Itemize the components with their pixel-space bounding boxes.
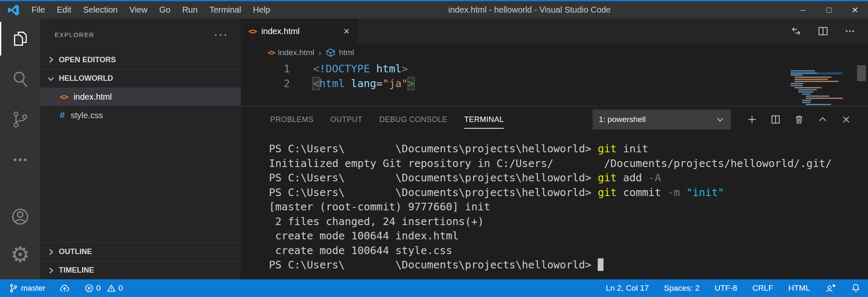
terminal-line: 2 files changed, 24 insertions(+) — [269, 215, 868, 229]
line-number: 1 — [241, 61, 290, 76]
problems-status[interactable]: 0 0 — [84, 284, 123, 293]
minimap[interactable] — [791, 70, 842, 106]
menu-run[interactable]: Run — [176, 1, 204, 19]
settings-gear-icon[interactable]: ⚙ — [0, 236, 40, 273]
terminal-line: PS C:\Users\ \Documents\projects\hellowo… — [269, 142, 868, 156]
maximize-panel-icon[interactable] — [811, 109, 834, 130]
panel-actions: 1: powershell — [592, 109, 868, 130]
explorer-more-actions-icon[interactable]: ··· — [214, 32, 228, 37]
git-branch-icon — [9, 284, 18, 293]
terminal-line: create mode 100644 index.html — [269, 229, 868, 244]
breadcrumb: <> index.html › html — [241, 44, 868, 61]
close-panel-icon[interactable] — [834, 109, 858, 130]
close-button[interactable]: ✕ — [842, 1, 868, 19]
menu-selection[interactable]: Selection — [77, 1, 124, 19]
breadcrumb-separator: › — [318, 48, 321, 58]
file-style-css[interactable]: # style.css — [40, 106, 241, 125]
terminal-picker-dropdown[interactable]: 1: powershell — [592, 109, 731, 130]
feedback-smiley-icon — [825, 283, 836, 293]
tab-problems[interactable]: PROBLEMS — [262, 106, 322, 133]
file-index-html[interactable]: <> index.html — [40, 88, 241, 106]
breadcrumb-file[interactable]: <> index.html — [268, 48, 314, 57]
warning-count: 0 — [118, 284, 123, 293]
terminal-line: [master (root-commit) 9777660] init — [269, 200, 868, 215]
source-control-icon[interactable] — [0, 99, 40, 140]
tab-terminal[interactable]: TERMINAL — [456, 106, 512, 133]
new-terminal-icon[interactable] — [740, 109, 764, 130]
vscode-logo-icon — [7, 4, 20, 16]
bottom-panel: PROBLEMS OUTPUT DEBUG CONSOLE TERMINAL 1… — [241, 106, 868, 279]
menu-file[interactable]: File — [26, 1, 51, 19]
feedback-button[interactable] — [825, 283, 836, 293]
editor-actions — [791, 19, 868, 44]
language-mode[interactable]: HTML — [788, 284, 810, 293]
eol-sequence[interactable]: CRLF — [752, 284, 773, 293]
tab-close-icon[interactable]: ✕ — [343, 27, 350, 36]
menu-terminal[interactable]: Terminal — [203, 1, 247, 19]
code-line-1: 1 <!DOCTYPE html> — [241, 61, 868, 76]
maximize-button[interactable]: □ — [816, 1, 842, 19]
editor-tab-bar: <> index.html ✕ — [241, 19, 868, 44]
breadcrumb-symbol-html[interactable]: html — [326, 48, 354, 58]
section-open-editors[interactable]: OPEN EDITORS — [40, 50, 241, 69]
tab-index-html[interactable]: <> index.html ✕ — [241, 19, 358, 44]
open-changes-icon[interactable] — [791, 26, 802, 37]
terminal-output[interactable]: PS C:\Users\ \Documents\projects\hellowo… — [241, 133, 868, 279]
errors-icon — [84, 284, 94, 293]
terminal-line: PS C:\Users\ \Documents\projects\hellowo… — [269, 171, 868, 186]
chevron-down-icon — [715, 115, 725, 124]
menubar: File Edit Selection View Go Run Terminal… — [26, 1, 276, 19]
activity-bar: ⚙ — [0, 19, 40, 279]
editor-scrollbar-handle[interactable] — [857, 65, 866, 81]
cursor-position[interactable]: Ln 2, Col 17 — [606, 284, 649, 293]
notifications-button[interactable] — [851, 283, 860, 293]
bell-icon — [851, 283, 860, 293]
chevron-right-icon — [46, 55, 55, 64]
chevron-down-icon — [46, 74, 55, 83]
line-number: 2 — [241, 76, 290, 91]
menu-go[interactable]: Go — [153, 1, 176, 19]
explorer-icon[interactable] — [0, 19, 40, 59]
section-outline[interactable]: OUTLINE — [40, 242, 241, 261]
terminal-line: PS C:\Users\ \Documents\projects\hellowo… — [269, 258, 868, 273]
menu-help[interactable]: Help — [247, 1, 276, 19]
accounts-icon[interactable] — [0, 198, 40, 236]
more-views-icon[interactable] — [0, 140, 40, 180]
window-title: index.html - helloworld - Visual Studio … — [448, 5, 611, 15]
section-timeline[interactable]: TIMELINE — [40, 261, 241, 279]
menu-edit[interactable]: Edit — [51, 1, 77, 19]
git-branch-status[interactable]: master — [9, 284, 45, 293]
terminal-line: Initialized empty Git repository in C:/U… — [269, 156, 868, 171]
search-icon[interactable] — [0, 59, 40, 99]
warnings-icon — [107, 284, 116, 293]
css-file-icon: # — [60, 110, 65, 121]
indentation[interactable]: Spaces: 2 — [664, 284, 700, 293]
html-file-icon: <> — [60, 92, 68, 101]
terminal-line: PS C:\Users\ \Documents\projects\hellowo… — [269, 186, 868, 200]
html-file-icon: <> — [248, 27, 256, 36]
explorer-sidebar: EXPLORER ··· OPEN EDITORS HELLOWORLD <> … — [40, 19, 241, 279]
split-terminal-icon[interactable] — [764, 109, 787, 130]
vscode-window: File Edit Selection View Go Run Terminal… — [0, 0, 868, 297]
sidebar-header: EXPLORER ··· — [40, 19, 241, 50]
error-count: 0 — [96, 284, 101, 293]
terminal-line: create mode 100644 style.css — [269, 244, 868, 258]
more-actions-icon[interactable] — [844, 26, 855, 37]
sync-changes-button[interactable] — [60, 284, 70, 293]
menu-view[interactable]: View — [124, 1, 153, 19]
minimize-button[interactable]: – — [790, 1, 816, 19]
kill-terminal-trash-icon[interactable] — [787, 109, 811, 130]
html-file-icon: <> — [268, 48, 274, 57]
sidebar-title: EXPLORER — [55, 31, 95, 38]
tab-debug-console[interactable]: DEBUG CONSOLE — [371, 106, 456, 133]
titlebar: File Edit Selection View Go Run Terminal… — [0, 0, 868, 19]
tab-output[interactable]: OUTPUT — [322, 106, 371, 133]
section-folder-helloworld[interactable]: HELLOWORLD — [40, 69, 241, 88]
split-editor-icon[interactable] — [818, 26, 829, 37]
encoding[interactable]: UTF-8 — [715, 284, 737, 293]
symbol-namespace-icon — [326, 48, 336, 58]
code-editor[interactable]: 1 <!DOCTYPE html> 2 <html lang="ja"> — [241, 61, 868, 106]
chevron-right-icon — [46, 266, 55, 275]
status-bar: master 0 0 Ln — [0, 279, 868, 297]
panel-header: PROBLEMS OUTPUT DEBUG CONSOLE TERMINAL 1… — [241, 106, 868, 133]
